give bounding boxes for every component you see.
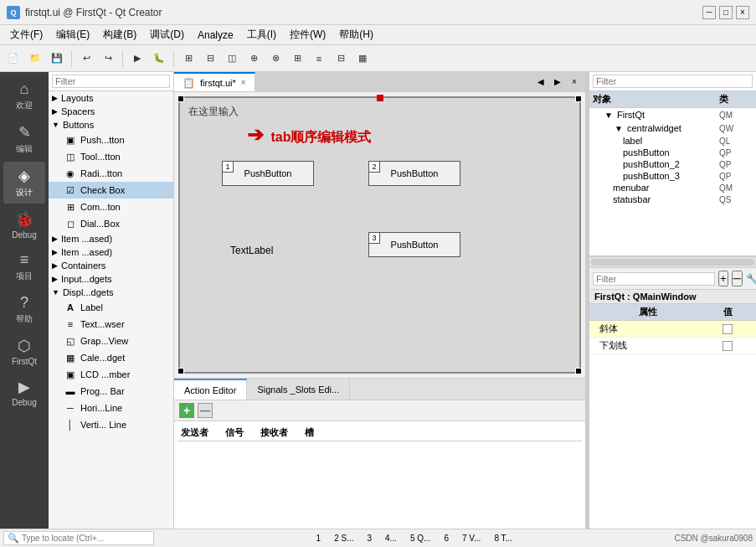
group-inputs-header[interactable]: ▶ Input...dgets — [49, 272, 173, 286]
toolbar-btn-6[interactable]: ⊞ — [287, 49, 307, 69]
menu-item-B[interactable]: 构建(B) — [96, 26, 143, 44]
menu-item-D[interactable]: 调试(D) — [143, 26, 191, 44]
item-label[interactable]: A Label — [49, 299, 173, 316]
sidebar-item-project[interactable]: ≡ 项目 — [3, 246, 45, 287]
toolbar-btn-5[interactable]: ⊗ — [265, 49, 285, 69]
obj-item-label[interactable]: label QL — [589, 135, 756, 147]
sidebar-item-debug[interactable]: 🐞 Debug — [3, 205, 45, 245]
handle-bl[interactable] — [177, 368, 184, 374]
menu-item-F[interactable]: 文件(F) — [3, 26, 49, 44]
prop-checkbox-italic[interactable] — [723, 324, 733, 334]
toolbar-btn-7[interactable]: ≡ — [309, 49, 329, 69]
item-toolbutton[interactable]: ◫ Tool...tton — [49, 148, 173, 165]
toolbar-btn-open[interactable]: 📁 — [25, 49, 45, 69]
obj-item-menubar[interactable]: menubar QM — [589, 182, 756, 194]
toolbar-btn-2[interactable]: ⊟ — [200, 49, 220, 69]
item-calendarwidget[interactable]: ▦ Cale...dget — [49, 349, 173, 366]
toolbar-btn-save[interactable]: 💾 — [47, 49, 67, 69]
right-scroll-bar[interactable] — [589, 256, 756, 268]
group-item2[interactable]: ▶ Item ...ased) — [49, 245, 173, 259]
toolbar-btn-1[interactable]: ⊞ — [178, 49, 198, 69]
group-spacers-header[interactable]: ▶ Spacers — [49, 105, 173, 118]
toolbar-btn-8[interactable]: ⊟ — [331, 49, 351, 69]
prop-checkbox-underline[interactable] — [723, 341, 733, 351]
status-item-8[interactable]: 8 T... — [491, 534, 516, 543]
group-display[interactable]: ▼ Displ...dgets A Label ≡ Text...wser ◱ … — [49, 286, 173, 433]
status-item-6[interactable]: 6 — [440, 534, 452, 543]
group-display-header[interactable]: ▼ Displ...dgets — [49, 286, 173, 299]
sidebar-item-design[interactable]: ◈ 设计 — [3, 162, 45, 204]
menu-item-Analyze[interactable]: Analyze — [191, 28, 240, 43]
canvas-area[interactable]: 在这里输入 ➔ tab顺序编辑模式 1 PushButton 2 PushBut… — [174, 92, 585, 378]
canvas-widget-3[interactable]: 3 PushButton — [368, 232, 460, 257]
item-hline[interactable]: ─ Hori...Line — [49, 400, 173, 416]
sidebar-item-firstqt[interactable]: ⬡ FirstQt — [3, 332, 45, 371]
item-checkbox[interactable]: ☑ Check Box — [49, 182, 173, 199]
menu-item-E[interactable]: 编辑(E) — [49, 26, 96, 44]
item-graphicsview[interactable]: ◱ Grap...View — [49, 333, 173, 349]
item-lcdnumber[interactable]: ▣ LCD ...mber — [49, 366, 173, 383]
status-item-5[interactable]: 5 Q... — [407, 534, 434, 543]
prop-row-underline[interactable]: 下划线 — [589, 338, 756, 354]
handle-br[interactable] — [575, 368, 582, 374]
prop-wrench-icon[interactable]: 🔧 — [746, 273, 756, 285]
obj-item-pushbutton2[interactable]: pushButton_2 QP — [589, 158, 756, 170]
obj-item-statusbar[interactable]: statusbar QS — [589, 194, 756, 205]
bottom-tab-action-editor[interactable]: Action Editor — [174, 379, 247, 400]
status-item-3[interactable]: 3 — [363, 534, 375, 543]
prop-add-button[interactable]: + — [718, 271, 728, 286]
bottom-tab-signals-slots[interactable]: Signals _Slots Edi... — [247, 379, 350, 400]
item-textbrowser[interactable]: ≡ Text...wser — [49, 316, 173, 333]
toolbar-btn-redo[interactable]: ↪ — [98, 49, 118, 69]
group-inputs[interactable]: ▶ Input...dgets — [49, 272, 173, 286]
tab-close-btn[interactable]: × — [567, 75, 582, 90]
tab-right-btn[interactable]: ▶ — [550, 75, 565, 90]
item-pushbutton[interactable]: ▣ Push...tton — [49, 132, 173, 148]
obj-item-centralwidget[interactable]: ▼ centralwidget QW — [589, 121, 756, 135]
toolbar-btn-undo[interactable]: ↩ — [76, 49, 96, 69]
item-vline[interactable]: │ Verti... Line — [49, 416, 173, 433]
status-search-input[interactable] — [22, 534, 150, 543]
item-combobox[interactable]: ⊞ Com...ton — [49, 199, 173, 215]
group-layouts-header[interactable]: ▶ Layouts — [49, 91, 173, 105]
minimize-button[interactable]: ─ — [702, 6, 716, 19]
sidebar-item-help[interactable]: ? 帮助 — [3, 289, 45, 330]
group-containers[interactable]: ▶ Containers — [49, 259, 173, 272]
canvas-widget-2[interactable]: 2 PushButton — [368, 161, 460, 186]
item-radiobutton[interactable]: ◉ Radi...tton — [49, 165, 173, 182]
close-button[interactable]: × — [736, 6, 749, 19]
obj-item-pushbutton[interactable]: pushButton QP — [589, 147, 756, 158]
menu-item-H[interactable]: 帮助(H) — [332, 26, 380, 44]
sidebar-item-edit[interactable]: ✎ 编辑 — [3, 118, 45, 160]
prop-remove-button[interactable]: ─ — [732, 271, 743, 286]
group-layouts[interactable]: ▶ Layouts — [49, 91, 173, 105]
object-filter-input[interactable] — [593, 75, 753, 88]
menu-item-W[interactable]: 控件(W) — [283, 26, 332, 44]
tab-left-btn[interactable]: ◀ — [533, 75, 548, 90]
obj-item-pushbutton3[interactable]: pushButton_3 QP — [589, 170, 756, 182]
widget-filter-input[interactable] — [52, 75, 170, 88]
prop-filter-input[interactable] — [593, 272, 715, 286]
item-progressbar[interactable]: ▬ Prog... Bar — [49, 383, 173, 400]
handle-tr[interactable] — [575, 95, 582, 102]
file-tab-firstqt[interactable]: 📋 firstqt.ui* × — [174, 72, 255, 91]
sidebar-item-debug2[interactable]: ▶ Debug — [3, 373, 45, 412]
maximize-button[interactable]: □ — [719, 6, 733, 19]
group-buttons-header[interactable]: ▼ Buttons — [49, 118, 173, 132]
file-tab-close[interactable]: × — [241, 78, 246, 87]
prop-row-italic[interactable]: 斜体 — [589, 321, 756, 338]
canvas-widget-1[interactable]: 1 PushButton — [222, 161, 314, 186]
handle-tl[interactable] — [177, 95, 184, 102]
toolbar-btn-4[interactable]: ⊕ — [244, 49, 264, 69]
handle-tc[interactable] — [377, 95, 383, 101]
obj-item-firstqt[interactable]: ▼ FirstQt QM — [589, 108, 756, 121]
toolbar-btn-3[interactable]: ◫ — [222, 49, 242, 69]
group-containers-header[interactable]: ▶ Containers — [49, 259, 173, 272]
group-item1-header[interactable]: ▶ Item ...ased) — [49, 232, 173, 245]
toolbar-btn-new[interactable]: 📄 — [3, 49, 23, 69]
status-item-4[interactable]: 4... — [382, 534, 400, 543]
status-item-2[interactable]: 2 S... — [331, 534, 357, 543]
group-spacers[interactable]: ▶ Spacers — [49, 105, 173, 118]
status-item-7[interactable]: 7 V... — [459, 534, 484, 543]
menu-item-I[interactable]: 工具(I) — [240, 26, 283, 44]
